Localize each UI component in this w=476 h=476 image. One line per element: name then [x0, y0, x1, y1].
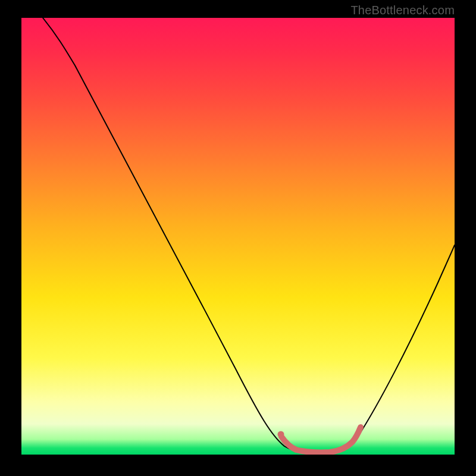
- plot-area: [21, 18, 455, 455]
- optimal-start-dot: [278, 431, 284, 438]
- optimal-band: [281, 427, 361, 452]
- curve-layer: [21, 18, 455, 455]
- watermark-text: TheBottleneck.com: [350, 4, 455, 17]
- bottleneck-curve: [43, 18, 455, 452]
- chart-stage: TheBottleneck.com: [0, 0, 476, 476]
